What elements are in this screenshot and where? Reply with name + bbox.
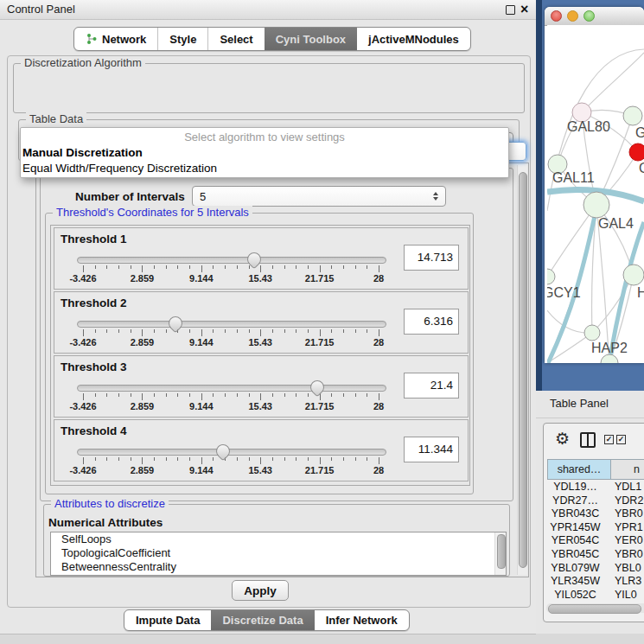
- list-item[interactable]: BetweennessCentrality: [51, 560, 506, 574]
- threshold-2-panel: Threshold 2 -3.4262.8599.14415.4321.7152…: [54, 291, 469, 354]
- node-label-gal80[interactable]: GAL80: [567, 119, 610, 135]
- table-panel-title: Table Panel: [550, 397, 609, 410]
- discretization-algorithm-group-title: Discretization Algorithm: [21, 56, 145, 69]
- control-panel: Control Panel × Network Style Select Cyn…: [0, 0, 536, 634]
- slider-track[interactable]: [77, 321, 386, 328]
- threshold-1-label: Threshold 1: [61, 233, 127, 245]
- threshold-3-label: Threshold 3: [61, 360, 127, 373]
- table-panel: Table Panel ⚙ ✓ ✓ shared… n YDL19…YDL1YD…: [536, 391, 644, 634]
- scrollbar-thumb[interactable]: [519, 172, 527, 568]
- bottom-tab-bar: Impute Data Discretize Data Infer Networ…: [124, 609, 410, 631]
- column-header-name[interactable]: n: [610, 459, 644, 480]
- number-of-intervals-value: 5: [200, 190, 206, 203]
- node-table: ⚙ ✓ ✓ shared… n YDL19…YDL1YDR27…YDR2YBR0…: [543, 423, 644, 622]
- vertical-scrollbar[interactable]: [517, 165, 527, 575]
- zoom-traffic-light-icon[interactable]: [583, 10, 595, 22]
- threshold-4-value[interactable]: 11.344: [404, 437, 459, 462]
- threshold-3-value[interactable]: 21.4: [404, 373, 459, 399]
- tab-impute-data[interactable]: Impute Data: [124, 610, 211, 630]
- network-graph: [547, 25, 644, 363]
- threshold-2-value[interactable]: 6.316: [404, 309, 459, 335]
- threshold-1-value[interactable]: 14.713: [404, 245, 459, 271]
- node-label-clipped-ga[interactable]: GA: [635, 125, 644, 141]
- slider-tick-labels: -3.4262.8599.14415.4321.71528: [83, 337, 379, 348]
- table-row[interactable]: YPR145WYPR1: [544, 521, 644, 535]
- slider-ticks: [83, 457, 379, 464]
- screen: Control Panel × Network Style Select Cyn…: [0, 0, 644, 644]
- node-label-clipped-h[interactable]: H: [637, 285, 644, 301]
- slider-tick-labels: -3.4262.8599.14415.4321.71528: [83, 401, 379, 411]
- slider-track[interactable]: [77, 257, 386, 264]
- threshold-2-slider[interactable]: -3.4262.8599.14415.4321.71528: [75, 315, 404, 351]
- node-label-gal11[interactable]: GAL11: [552, 170, 595, 186]
- table-row[interactable]: YBL079WYBL0: [544, 562, 644, 576]
- threshold-4-slider[interactable]: -3.4262.8599.14415.4321.71528: [75, 443, 404, 479]
- tab-discretize-data[interactable]: Discretize Data: [211, 610, 314, 630]
- slider-track[interactable]: [77, 385, 386, 392]
- table-row[interactable]: YDL19…YDL1: [544, 481, 644, 494]
- network-window-titlebar[interactable]: [545, 7, 644, 26]
- node-label-gal4[interactable]: GAL4: [598, 216, 634, 232]
- node-label-hap2[interactable]: HAP2: [591, 341, 628, 356]
- threshold-3-slider[interactable]: -3.4262.8599.14415.4321.71528: [75, 379, 404, 415]
- gear-icon[interactable]: ⚙: [555, 429, 570, 448]
- tab-jactivemnodules[interactable]: jActiveMNodules: [357, 28, 470, 50]
- slider-ticks: [83, 265, 379, 272]
- top-tab-bar: Network Style Select Cyni Toolbox jActiv…: [73, 27, 471, 51]
- table-data-group-title: Table Data: [26, 112, 86, 125]
- node-label-clipped-c[interactable]: C: [639, 161, 644, 176]
- minimize-traffic-light-icon[interactable]: [567, 10, 578, 22]
- table-row[interactable]: YLR345WYLR3: [544, 575, 644, 589]
- list-item[interactable]: TopologicalCoefficient: [51, 546, 506, 560]
- apply-button[interactable]: Apply: [232, 580, 289, 601]
- column-header-shared-name[interactable]: shared…: [547, 459, 611, 480]
- split-columns-icon[interactable]: [580, 432, 596, 448]
- table-row[interactable]: YER054CYER0: [544, 534, 644, 548]
- algorithm-option-manual[interactable]: Manual Discretization: [21, 145, 508, 161]
- checkbox-icon[interactable]: ✓: [616, 435, 626, 444]
- attributes-group-title: Attributes to discretize: [51, 497, 169, 510]
- tab-network[interactable]: Network: [74, 28, 157, 50]
- close-traffic-light-icon[interactable]: [551, 10, 562, 22]
- network-canvas[interactable]: GAL80 GA C GAL11 GAL4 GCY1 H HAP2: [547, 25, 644, 363]
- close-icon[interactable]: ×: [520, 1, 528, 18]
- frame-edge: [536, 0, 542, 391]
- threshold-1-panel: Threshold 1 -3.4262.8599.14415.4321.7152…: [54, 227, 469, 290]
- threshold-1-slider[interactable]: -3.4262.8599.14415.4321.71528: [75, 251, 404, 287]
- slider-track[interactable]: [77, 449, 386, 456]
- tab-style[interactable]: Style: [157, 28, 207, 50]
- control-panel-titlebar: Control Panel ×: [0, 0, 536, 20]
- panel-title: Control Panel: [7, 3, 75, 16]
- horizontal-scrollbar[interactable]: [546, 603, 644, 613]
- thresholds-group-title: Threshold's Coordinates for 5 Intervals: [53, 206, 252, 219]
- tab-infer-network[interactable]: Infer Network: [315, 610, 409, 630]
- checkbox-icon[interactable]: ✓: [604, 435, 614, 444]
- table-row[interactable]: YDR27…YDR2: [544, 494, 644, 508]
- numerical-attributes-label: Numerical Attributes: [48, 516, 163, 529]
- tab-cyni-toolbox[interactable]: Cyni Toolbox: [265, 28, 357, 50]
- table-panel-header: Table Panel: [536, 391, 644, 418]
- table-row[interactable]: YBR045CYBR0: [544, 548, 644, 562]
- algorithm-dropdown-popup: Select algorithm to view settings Manual…: [20, 127, 509, 178]
- slider-ticks: [83, 329, 379, 336]
- threshold-4-panel: Threshold 4 -3.4262.8599.14415.4321.7152…: [54, 419, 469, 481]
- node-label-gcy1[interactable]: GCY1: [547, 285, 581, 301]
- tab-select[interactable]: Select: [207, 28, 264, 50]
- table-row[interactable]: YIL052CYIL0: [544, 589, 644, 603]
- list-scrollbar[interactable]: [494, 532, 506, 575]
- slider-tick-labels: -3.4262.8599.14415.4321.71528: [83, 273, 379, 284]
- number-of-intervals-select[interactable]: 5: [192, 186, 446, 207]
- table-row[interactable]: YBR043CYBR0: [544, 507, 644, 521]
- scrollbar-thumb[interactable]: [548, 604, 641, 614]
- list-item[interactable]: SelfLoops: [51, 532, 506, 546]
- algorithm-option-equal-width[interactable]: Equal Width/Frequency Discretization: [21, 161, 508, 176]
- number-of-intervals-label: Number of Intervals: [75, 190, 185, 203]
- float-window-icon[interactable]: [506, 5, 515, 15]
- table-rows: YDL19…YDL1YDR27…YDR2YBR043CYBR0YPR145WYP…: [544, 481, 644, 602]
- threshold-4-label: Threshold 4: [61, 424, 127, 437]
- threshold-2-label: Threshold 2: [61, 296, 127, 309]
- slider-ticks: [83, 393, 379, 400]
- network-icon: [86, 33, 98, 45]
- numerical-attributes-list[interactable]: SelfLoopsTopologicalCoefficientBetweenne…: [50, 532, 507, 576]
- scrollbar-thumb[interactable]: [497, 534, 506, 569]
